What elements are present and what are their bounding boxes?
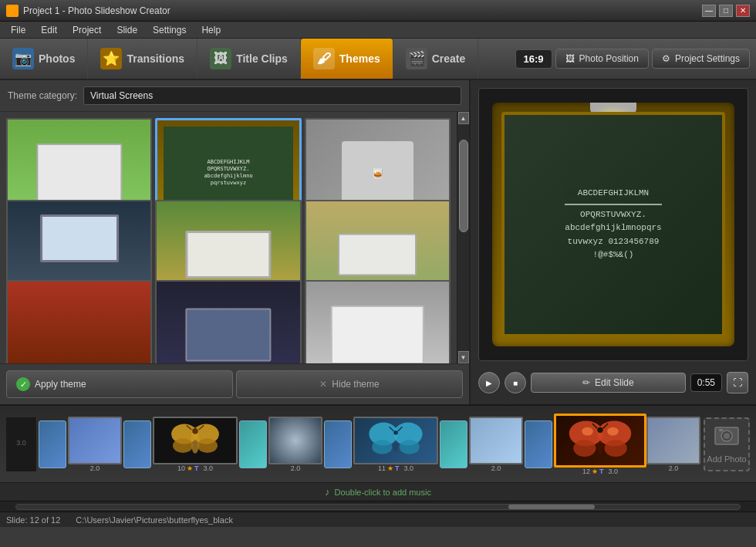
horizontal-scrollbar[interactable] xyxy=(0,501,756,512)
apply-theme-button[interactable]: ✓ Apply theme xyxy=(6,370,233,398)
theme-item-dark-billboard[interactable] xyxy=(155,280,301,363)
maximize-button[interactable]: □ xyxy=(719,5,733,17)
slide-item-blue4[interactable]: 2.0 xyxy=(646,417,700,472)
tab-transitions-label: Transitions xyxy=(127,52,184,65)
window-controls[interactable]: — □ ✕ xyxy=(702,5,750,17)
transition-5[interactable] xyxy=(438,417,469,471)
svg-point-22 xyxy=(607,427,619,435)
svg-point-12 xyxy=(400,440,420,454)
slide-12-dur: 3.0 xyxy=(609,468,619,475)
preview-chalkboard-frame: ABCDEFGHIJKLMN OPQRSTUVWXYZ. abcdefghijk… xyxy=(501,112,724,338)
chalk-line4: tuvwxyz 0123456789 xyxy=(565,235,661,249)
svg-point-11 xyxy=(372,440,392,454)
header-right: 16:9 🖼 Photo Position ⚙ Project Settings xyxy=(509,39,756,79)
hide-theme-button[interactable]: ✕ Hide theme xyxy=(236,370,463,398)
tab-title-clips[interactable]: 🖼 Title Clips xyxy=(197,39,301,79)
themes-scrollbar[interactable]: ▲ ▼ xyxy=(457,112,469,363)
scroll-thumb[interactable] xyxy=(459,140,468,232)
add-photo-label: Add Photo xyxy=(707,454,746,464)
transition-1[interactable] xyxy=(37,417,68,471)
music-icon: ♪ xyxy=(325,486,330,498)
slide-info: Slide: 12 of 12 xyxy=(6,515,60,525)
slide-11-num: 11 xyxy=(378,464,386,472)
create-icon: 🎬 xyxy=(406,48,427,69)
settings-gear-icon: ⚙ xyxy=(662,53,670,64)
stop-button[interactable]: ■ xyxy=(505,372,526,393)
category-select[interactable]: Virtual Screens Nature Abstract xyxy=(83,86,461,105)
minimize-button[interactable]: — xyxy=(702,5,716,17)
transition-3[interactable] xyxy=(238,417,268,471)
preview-area: ABCDEFGHIJKLMN OPQRSTUVWXYZ. abcdefghijk… xyxy=(478,88,748,361)
tab-transitions[interactable]: ⭐ Transitions xyxy=(88,39,197,79)
right-panel: ABCDEFGHIJKLMN OPQRSTUVWXYZ. abcdefghijk… xyxy=(471,80,756,404)
chalk-line1: ABCDEFGHIJKLMN xyxy=(565,187,661,205)
preview-chalk-text: ABCDEFGHIJKLMN OPQRSTUVWXYZ. abcdefghijk… xyxy=(565,187,661,262)
music-bar[interactable]: ♪ Double-click to add music xyxy=(0,482,756,501)
add-photo-button[interactable]: Add Photo xyxy=(704,417,750,471)
menu-help[interactable]: Help xyxy=(194,23,228,37)
slide-11-star: ★ xyxy=(387,464,393,472)
edit-slide-button[interactable]: ✏ Edit Slide xyxy=(531,373,686,393)
close-button[interactable]: ✕ xyxy=(736,5,750,17)
project-settings-label: Project Settings xyxy=(675,53,740,64)
slide-item-blue1[interactable]: 2.0 xyxy=(68,417,122,472)
slide-item-11[interactable]: 11 ★ T 3.0 xyxy=(353,417,438,472)
check-icon: ✓ xyxy=(16,377,30,391)
playback-controls: ▶ ■ ✏ Edit Slide 0:55 ⛶ xyxy=(478,369,748,397)
slide-item-12[interactable]: 12 ★ T 3.0 xyxy=(554,414,646,475)
pencil-icon: ✏ xyxy=(582,377,590,388)
category-label: Theme category: xyxy=(8,90,77,101)
tab-photos[interactable]: 📷 Photos xyxy=(0,39,88,79)
category-bar: Theme category: Virtual Screens Nature A… xyxy=(0,80,469,112)
hide-theme-label: Hide theme xyxy=(332,379,379,390)
theme-item-light-box[interactable] xyxy=(305,280,451,363)
project-settings-button[interactable]: ⚙ Project Settings xyxy=(652,49,750,69)
svg-point-4 xyxy=(197,438,218,453)
scrollbar-track[interactable] xyxy=(15,504,741,510)
menu-settings[interactable]: Settings xyxy=(145,23,194,37)
slide-item-blue2[interactable]: 2.0 xyxy=(268,417,322,472)
tab-photos-label: Photos xyxy=(39,52,75,65)
menu-project[interactable]: Project xyxy=(65,23,109,37)
themes-container: ABCDEFGHIJKLMOPQRSTUVWXYZ.abcdefghijklmn… xyxy=(0,112,469,363)
transition-2[interactable] xyxy=(122,417,153,471)
tab-create[interactable]: 🎬 Create xyxy=(393,39,479,79)
play-button[interactable]: ▶ xyxy=(478,372,500,393)
filmstrip: 3.0 2.0 xyxy=(0,406,756,482)
photos-icon: 📷 xyxy=(12,48,34,69)
add-photo-icon xyxy=(714,425,739,451)
window-title: Project 1 - Photo Slideshow Creator xyxy=(23,5,702,16)
menu-edit[interactable]: Edit xyxy=(33,23,65,37)
file-path: C:\Users\Javier\Pictures\butterflyes_bla… xyxy=(76,515,233,525)
photo-position-button[interactable]: 🖼 Photo Position xyxy=(555,49,649,69)
svg-point-23 xyxy=(597,427,602,432)
scrollbar-handle[interactable] xyxy=(508,505,596,509)
tabbar: 📷 Photos ⭐ Transitions 🖼 Title Clips 🖌 T… xyxy=(0,39,756,80)
themes-grid: ABCDEFGHIJKLMOPQRSTUVWXYZ.abcdefghijklmn… xyxy=(0,112,457,363)
timeline-area: 3.0 2.0 xyxy=(0,404,756,501)
svg-point-5 xyxy=(192,428,197,434)
slide-item-blue3[interactable]: 2.0 xyxy=(469,417,523,472)
slide-item-10[interactable]: 10 ★ T 3.0 xyxy=(153,417,238,472)
tab-themes[interactable]: 🖌 Themes xyxy=(301,39,393,79)
themes-icon: 🖌 xyxy=(313,48,335,69)
slide-12-num: 12 xyxy=(582,468,590,475)
svg-point-28 xyxy=(724,433,730,439)
menu-slide[interactable]: Slide xyxy=(109,23,145,37)
slide-11-title: T xyxy=(395,464,400,472)
bottom-buttons: ✓ Apply theme ✕ Hide theme xyxy=(0,363,469,404)
slide-item-start[interactable]: 3.0 xyxy=(6,417,37,471)
fullscreen-button[interactable]: ⛶ xyxy=(727,372,748,393)
x-icon: ✕ xyxy=(319,379,327,390)
title-clips-icon: 🖼 xyxy=(210,48,231,69)
slide-12-title: T xyxy=(599,468,604,475)
preview-chalkboard: ABCDEFGHIJKLMN OPQRSTUVWXYZ. abcdefghijk… xyxy=(492,103,734,347)
theme-item-store-front[interactable] xyxy=(6,280,152,363)
slide-12-star: ★ xyxy=(592,468,598,475)
transition-6[interactable] xyxy=(523,417,554,471)
svg-point-21 xyxy=(582,427,593,435)
left-panel: Theme category: Virtual Screens Nature A… xyxy=(0,80,471,404)
menu-file[interactable]: File xyxy=(3,23,33,37)
edit-slide-label: Edit Slide xyxy=(595,377,634,388)
transition-4[interactable] xyxy=(322,417,353,471)
